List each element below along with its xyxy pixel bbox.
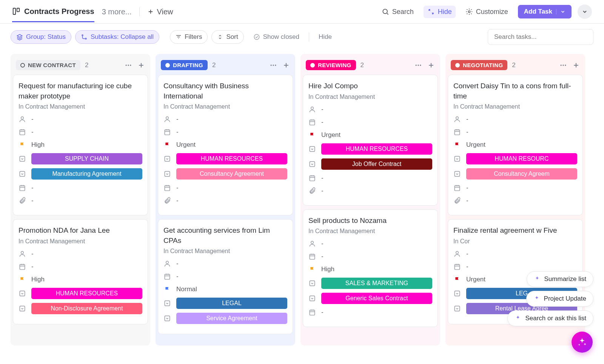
subtasks-pill[interactable]: Subtasks: Collapse all: [75, 30, 159, 44]
tag-badge[interactable]: LEGAL: [176, 298, 287, 309]
tag-badge[interactable]: Consultancy Agreement: [176, 168, 287, 180]
filters-pill[interactable]: Filters: [170, 30, 208, 44]
dropdown-icon[interactable]: [453, 170, 461, 178]
sort-pill[interactable]: Sort: [211, 30, 243, 44]
calendar-icon[interactable]: [308, 253, 316, 260]
add-view-button[interactable]: View: [147, 8, 173, 16]
add-task-button[interactable]: Add Task: [518, 5, 572, 18]
task-card[interactable]: Get accounting services from Lim CPAs In…: [158, 219, 293, 334]
ai-chip[interactable]: Search or ask this list: [507, 310, 593, 326]
task-card[interactable]: Promotion NDA for Jana Lee In Contract M…: [13, 219, 148, 324]
chevron-down-icon[interactable]: [556, 9, 565, 14]
dropdown-icon[interactable]: [308, 145, 316, 153]
calendar-icon[interactable]: [163, 184, 171, 192]
hide-button[interactable]: Hide: [424, 6, 456, 18]
tag-badge[interactable]: SUPPLY CHAIN: [31, 153, 142, 164]
flag-icon[interactable]: [163, 286, 171, 293]
calendar-icon[interactable]: [308, 174, 316, 182]
assignee-icon[interactable]: [453, 115, 461, 123]
task-card[interactable]: Convert Daisy Tin to a cons from full-ti…: [448, 75, 583, 215]
attachment-icon[interactable]: [453, 197, 461, 204]
task-card[interactable]: Consultancy with Business International …: [158, 75, 293, 215]
dropdown-icon[interactable]: [163, 315, 171, 322]
calendar-icon[interactable]: [308, 309, 316, 316]
search-input[interactable]: [488, 29, 593, 45]
status-chip[interactable]: DRAFTING: [161, 60, 208, 70]
column-more-icon[interactable]: [559, 61, 567, 69]
dropdown-icon[interactable]: [453, 155, 461, 163]
attachment-icon[interactable]: [18, 197, 26, 204]
column-more-icon[interactable]: [270, 61, 277, 69]
column-more-icon[interactable]: [125, 61, 132, 69]
customize-button[interactable]: Customize: [462, 6, 512, 18]
calendar-icon[interactable]: [453, 128, 461, 136]
dropdown-icon[interactable]: [453, 305, 461, 312]
dropdown-icon[interactable]: [163, 170, 171, 178]
dropdown-icon[interactable]: [18, 305, 26, 312]
tag-badge[interactable]: Manufacturing Agreement: [31, 168, 142, 180]
tag-badge[interactable]: Non-Disclosure Agreement: [31, 303, 142, 314]
status-chip[interactable]: NEGOTIATING: [451, 60, 507, 70]
assignee-icon[interactable]: [18, 250, 26, 258]
ai-chip[interactable]: Project Update: [526, 291, 593, 307]
dropdown-icon[interactable]: [18, 155, 26, 163]
calendar-icon[interactable]: [453, 184, 461, 192]
attachment-icon[interactable]: [163, 197, 171, 204]
calendar-icon[interactable]: [308, 118, 316, 126]
flag-icon[interactable]: [308, 266, 316, 273]
assignee-icon[interactable]: [18, 115, 26, 123]
assignee-icon[interactable]: [308, 106, 316, 113]
dropdown-icon[interactable]: [308, 295, 316, 302]
attachment-icon[interactable]: [308, 187, 316, 195]
flag-icon[interactable]: [453, 141, 461, 149]
dropdown-icon[interactable]: [308, 160, 316, 168]
task-card[interactable]: Request for manufacturing ice cube maker…: [13, 75, 148, 215]
show-closed-pill[interactable]: Show closed: [248, 30, 305, 44]
assignee-icon[interactable]: [453, 250, 461, 258]
tag-badge[interactable]: Consultancy Agreem: [466, 168, 577, 180]
tag-badge[interactable]: HUMAN RESOURCES: [31, 288, 142, 299]
tag-badge[interactable]: HUMAN RESOURC: [466, 153, 577, 164]
flag-icon[interactable]: [308, 131, 316, 139]
more-views[interactable]: 3 more...: [102, 8, 132, 16]
column-more-icon[interactable]: [414, 61, 422, 69]
board-title-tab[interactable]: Contracts Progress: [12, 7, 94, 22]
search-button[interactable]: Search: [378, 6, 418, 18]
status-chip[interactable]: NEW CONTRACT: [16, 60, 80, 70]
assignee-icon[interactable]: [163, 115, 171, 123]
more-menu[interactable]: [578, 5, 592, 19]
dropdown-icon[interactable]: [453, 290, 461, 297]
calendar-icon[interactable]: [18, 128, 26, 136]
group-pill[interactable]: Group: Status: [11, 30, 71, 44]
tag-badge[interactable]: HUMAN RESOURCES: [321, 143, 432, 155]
dropdown-icon[interactable]: [18, 170, 26, 178]
tag-badge[interactable]: Job Offer Contract: [321, 158, 432, 170]
flag-icon[interactable]: [18, 141, 26, 149]
calendar-icon[interactable]: [163, 128, 171, 136]
column-add-icon[interactable]: [137, 61, 145, 69]
dropdown-icon[interactable]: [308, 280, 316, 287]
column-add-icon[interactable]: [572, 61, 580, 69]
tag-badge[interactable]: SALES & MARKETING: [321, 278, 432, 289]
assignee-icon[interactable]: [163, 260, 171, 267]
tag-badge[interactable]: HUMAN RESOURCES: [176, 153, 287, 164]
status-chip[interactable]: REVIEWING: [306, 60, 356, 70]
hide-pill[interactable]: Hide: [313, 30, 337, 44]
dropdown-icon[interactable]: [18, 290, 26, 297]
tag-badge[interactable]: Generic Sales Contract: [321, 293, 432, 304]
calendar-icon[interactable]: [453, 263, 461, 270]
flag-icon[interactable]: [163, 141, 171, 149]
tag-badge[interactable]: Service Agreement: [176, 313, 287, 324]
calendar-icon[interactable]: [18, 184, 26, 192]
dropdown-icon[interactable]: [163, 155, 171, 163]
column-add-icon[interactable]: [282, 61, 290, 69]
flag-icon[interactable]: [453, 276, 461, 283]
column-add-icon[interactable]: [427, 61, 435, 69]
dropdown-icon[interactable]: [163, 299, 171, 307]
task-card[interactable]: Sell products to Nozama In Contract Mana…: [303, 209, 438, 327]
flag-icon[interactable]: [18, 276, 26, 283]
calendar-icon[interactable]: [18, 263, 26, 270]
task-card[interactable]: Hire Jol Compo In Contract Management - …: [303, 75, 438, 206]
ai-chip[interactable]: Summarize list: [527, 271, 593, 287]
calendar-icon[interactable]: [163, 273, 171, 280]
